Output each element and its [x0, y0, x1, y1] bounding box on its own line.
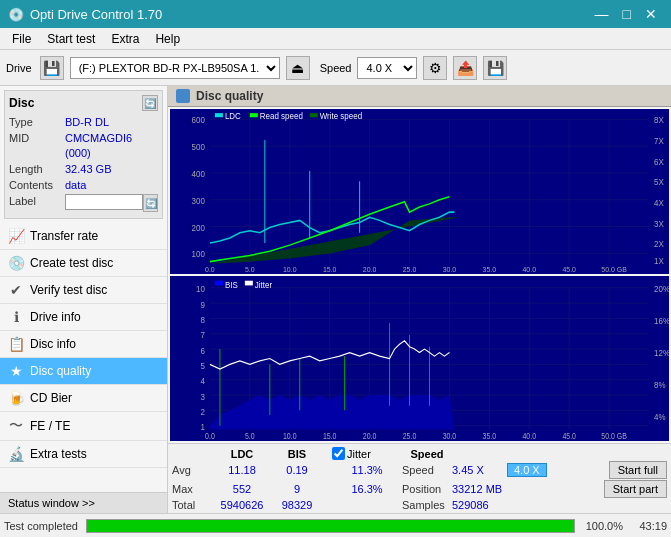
start-full-button[interactable]: Start full — [609, 461, 667, 479]
svg-text:LDC: LDC — [225, 112, 241, 121]
settings-icon[interactable]: ⚙ — [423, 56, 447, 80]
svg-text:8: 8 — [200, 315, 205, 326]
samples-label: Samples — [402, 499, 452, 511]
disc-label-label: Label — [9, 194, 65, 212]
svg-text:10.0: 10.0 — [283, 431, 297, 441]
avg-jitter: 11.3% — [332, 464, 402, 476]
sidebar-item-label: Disc quality — [30, 364, 91, 378]
eject-icon[interactable]: ⏏ — [286, 56, 310, 80]
app-title: Opti Drive Control 1.70 — [30, 7, 162, 22]
menu-start-test[interactable]: Start test — [39, 31, 103, 47]
svg-text:200: 200 — [192, 224, 206, 233]
save-icon[interactable]: 💾 — [483, 56, 507, 80]
export-icon[interactable]: 📤 — [453, 56, 477, 80]
svg-text:50.0 GB: 50.0 GB — [601, 266, 627, 274]
disc-label-input[interactable] — [65, 194, 143, 210]
menu-file[interactable]: File — [4, 31, 39, 47]
svg-text:400: 400 — [192, 170, 206, 179]
restore-button[interactable]: □ — [617, 4, 637, 24]
disc-contents-row: Contents data — [9, 178, 158, 192]
disc-contents-label: Contents — [9, 178, 65, 192]
speed-select[interactable]: 4.0 X — [357, 57, 417, 79]
disc-panel: Disc 🔄 Type BD-R DL MID CMCMAGDI6 (000) … — [4, 90, 163, 219]
disc-info-icon: 📋 — [8, 336, 24, 352]
svg-text:3X: 3X — [654, 219, 664, 228]
chart-ldc-svg: 600 500 400 300 200 100 8X 7X 6X 5X 4X 3… — [170, 109, 669, 274]
disc-label-row: Label 🔄 — [9, 194, 158, 212]
svg-text:4: 4 — [200, 376, 205, 387]
menu-help[interactable]: Help — [147, 31, 188, 47]
chart-bis-svg: 10 9 8 7 6 5 4 3 2 1 20% 16% 12% 8% 4% — [170, 276, 669, 441]
status-text: Test completed — [4, 520, 78, 532]
jitter-checkbox[interactable] — [332, 447, 345, 460]
sidebar-item-transfer-rate[interactable]: 📈 Transfer rate — [0, 223, 167, 250]
sidebar-item-create-test-disc[interactable]: 💿 Create test disc — [0, 250, 167, 277]
app-icon: 💿 — [8, 7, 24, 22]
sidebar-item-disc-info[interactable]: 📋 Disc info — [0, 331, 167, 358]
progress-bar-container — [86, 519, 575, 533]
charts-container: 600 500 400 300 200 100 8X 7X 6X 5X 4X 3… — [168, 107, 671, 443]
start-part-button[interactable]: Start part — [604, 480, 667, 498]
title-bar-left: 💿 Opti Drive Control 1.70 — [8, 7, 162, 22]
max-bis: 9 — [272, 483, 322, 495]
svg-text:5.0: 5.0 — [245, 431, 255, 441]
svg-text:5: 5 — [200, 360, 205, 371]
drive-info-icon: ℹ — [8, 309, 24, 325]
sidebar: Disc 🔄 Type BD-R DL MID CMCMAGDI6 (000) … — [0, 86, 168, 513]
speed-value: 3.45 X — [452, 464, 507, 476]
svg-text:10.0: 10.0 — [283, 266, 297, 274]
disc-mid-label: MID — [9, 131, 65, 160]
main-content: Disc 🔄 Type BD-R DL MID CMCMAGDI6 (000) … — [0, 86, 671, 513]
sidebar-item-label: Verify test disc — [30, 283, 107, 297]
sidebar-item-label: Extra tests — [30, 447, 87, 461]
svg-text:Read speed: Read speed — [260, 112, 303, 121]
menu-bar: File Start test Extra Help — [0, 28, 671, 50]
sidebar-item-drive-info[interactable]: ℹ Drive info — [0, 304, 167, 331]
svg-text:35.0: 35.0 — [483, 266, 497, 274]
sidebar-nav: 📈 Transfer rate 💿 Create test disc ✔ Ver… — [0, 223, 167, 492]
max-label: Max — [172, 483, 212, 495]
menu-extra[interactable]: Extra — [103, 31, 147, 47]
transfer-rate-icon: 📈 — [8, 228, 24, 244]
svg-rect-99 — [215, 281, 223, 286]
sidebar-item-label: Create test disc — [30, 256, 113, 270]
disc-refresh-icon[interactable]: 🔄 — [142, 95, 158, 111]
svg-text:30.0: 30.0 — [443, 431, 457, 441]
svg-text:15.0: 15.0 — [323, 266, 337, 274]
drive-select[interactable]: (F:) PLEXTOR BD-R PX-LB950SA 1.04 — [70, 57, 280, 79]
svg-text:25.0: 25.0 — [403, 431, 417, 441]
sidebar-item-label: CD Bier — [30, 391, 72, 405]
cd-bier-icon: 🍺 — [8, 390, 24, 406]
position-label: Position — [402, 483, 452, 495]
sidebar-item-verify-test-disc[interactable]: ✔ Verify test disc — [0, 277, 167, 304]
close-button[interactable]: ✕ — [639, 4, 663, 24]
svg-text:8X: 8X — [654, 116, 664, 125]
sidebar-item-disc-quality[interactable]: ★ Disc quality — [0, 358, 167, 385]
disc-mid-value: CMCMAGDI6 (000) — [65, 131, 158, 160]
svg-text:5X: 5X — [654, 178, 664, 187]
disc-length-value: 32.43 GB — [65, 162, 111, 176]
sidebar-item-extra-tests[interactable]: 🔬 Extra tests — [0, 441, 167, 468]
svg-text:0.0: 0.0 — [205, 266, 215, 274]
svg-text:Jitter: Jitter — [255, 279, 272, 290]
sidebar-item-fe-te[interactable]: 〜 FE / TE — [0, 412, 167, 441]
drive-icon: 💾 — [40, 56, 64, 80]
ldc-col-header: LDC — [212, 448, 272, 460]
avg-bis: 0.19 — [272, 464, 322, 476]
label-refresh-btn[interactable]: 🔄 — [143, 194, 158, 212]
svg-text:16%: 16% — [654, 316, 669, 327]
status-window-button[interactable]: Status window >> — [0, 492, 167, 513]
svg-rect-42 — [215, 113, 223, 117]
svg-text:10: 10 — [196, 284, 205, 295]
max-ldc: 552 — [212, 483, 272, 495]
title-bar-controls: — □ ✕ — [589, 4, 663, 24]
total-ldc: 5940626 — [212, 499, 272, 511]
svg-text:20.0: 20.0 — [363, 431, 377, 441]
speed-val-label: Speed — [402, 464, 452, 476]
avg-ldc: 11.18 — [212, 464, 272, 476]
max-jitter: 16.3% — [332, 483, 402, 495]
sidebar-item-cd-bier[interactable]: 🍺 CD Bier — [0, 385, 167, 412]
speed-highlight: 4.0 X — [507, 463, 547, 477]
chart-header-icon — [176, 89, 190, 103]
minimize-button[interactable]: — — [589, 4, 615, 24]
